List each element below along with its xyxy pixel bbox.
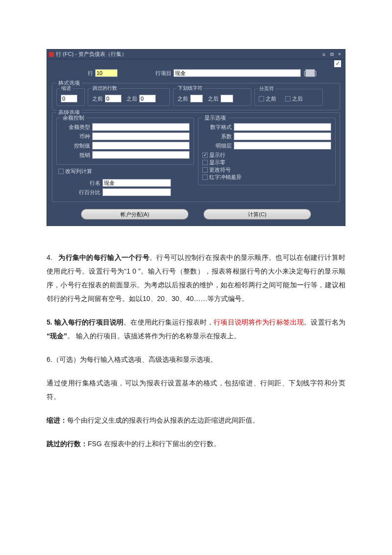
indent-input[interactable] bbox=[61, 95, 77, 102]
skip-after-label: 之后 bbox=[126, 95, 137, 102]
show-zero-checkbox[interactable] bbox=[202, 160, 208, 165]
balance-title: 余额控制 bbox=[61, 114, 86, 122]
header-checkbox[interactable]: ✓ bbox=[334, 60, 341, 67]
balance-group: 余额控制 金额类型 币种 控制值 抵销 bbox=[56, 118, 194, 165]
window-title: 行 (FC) - 资产负债表（行集） bbox=[56, 50, 319, 58]
pagebreak-title: 分页符 bbox=[258, 85, 275, 92]
advanced-group: 高级选项 余额控制 金额类型 币种 控制值 抵销 改写列计算 行名 行 bbox=[52, 112, 340, 202]
row-pct-label: 行百分比 bbox=[76, 189, 100, 196]
offset-label: 抵销 bbox=[61, 151, 90, 159]
red-offset-label: 红字冲销差异 bbox=[209, 174, 242, 181]
paragraph-6: 6.（可选）为每行输入格式选项、高级选项和显示选项。 bbox=[47, 353, 345, 366]
pb-before-label: 之前 bbox=[266, 95, 276, 102]
pb-after-label: 之后 bbox=[292, 95, 303, 102]
row-item-label: 行项目 bbox=[132, 70, 172, 77]
paragraph-5: 5. 输入每行的行项目说明。在使用此行集运行报表时，行项目说明将作为行标签出现。… bbox=[47, 315, 345, 343]
calculate-button[interactable]: 计算(C) bbox=[203, 209, 311, 220]
ul-after-label: 之后 bbox=[208, 95, 219, 102]
ul-after-input[interactable] bbox=[220, 95, 233, 102]
amount-type-label: 金额类型 bbox=[61, 124, 90, 131]
control-input[interactable] bbox=[92, 142, 190, 150]
amount-type-input[interactable] bbox=[92, 123, 190, 131]
coeff-input[interactable] bbox=[234, 132, 331, 140]
offset-input[interactable] bbox=[92, 151, 190, 159]
skip-before-label: 之前 bbox=[92, 95, 103, 102]
paragraph-4: 4. 为行集中的每行输入一个行号。行号可以控制行在报表中的显示顺序。也可以在创建… bbox=[47, 251, 345, 305]
display-title: 显示选项 bbox=[202, 114, 228, 122]
display-group: 显示选项 数字格式 系数 明细层 ✓显示行 显示零 更改符号 红字冲销差异 bbox=[198, 118, 336, 185]
underline-title: 下划线字符 bbox=[176, 85, 204, 92]
rewrite-col-checkbox[interactable] bbox=[58, 169, 64, 174]
ul-before-label: 之前 bbox=[177, 95, 188, 102]
show-row-checkbox[interactable]: ✓ bbox=[202, 152, 208, 158]
app-icon bbox=[49, 52, 54, 57]
numformat-input[interactable] bbox=[234, 123, 331, 131]
numformat-label: 数字格式 bbox=[202, 124, 232, 131]
close-icon[interactable]: × bbox=[336, 51, 343, 57]
document-body: 4. 为行集中的每行输入一个行号。行号可以控制行在报表中的显示顺序。也可以在创建… bbox=[47, 251, 345, 451]
show-zero-label: 显示零 bbox=[209, 159, 225, 166]
skiprows-title: 跳过的行数 bbox=[91, 85, 119, 92]
red-offset-checkbox[interactable] bbox=[202, 175, 208, 180]
form-window: 行 (FC) - 资产负债表（行集） ≤ ⧉ × ✓ 行 行项目 [ ] 格式选… bbox=[47, 49, 345, 226]
bracket-input[interactable] bbox=[305, 69, 315, 77]
paragraph-7: 缩进：每个由行定义生成的报表行均会从报表的左边距缩进此间距值。 bbox=[47, 413, 345, 427]
row-name-input[interactable] bbox=[102, 179, 171, 187]
control-label: 控制值 bbox=[61, 142, 90, 150]
skip-before-input[interactable] bbox=[105, 95, 122, 102]
override-symbol-label: 更改符号 bbox=[209, 166, 231, 174]
account-allocation-button[interactable]: 帐户分配(A) bbox=[81, 209, 189, 220]
detail-label: 明细层 bbox=[202, 142, 232, 150]
row-item-input[interactable] bbox=[173, 69, 301, 77]
show-row-label: 显示行 bbox=[209, 151, 225, 159]
row-name-label: 行名 bbox=[76, 179, 100, 187]
minimize-icon[interactable]: ≤ bbox=[320, 51, 327, 57]
format-group: 格式选项 缩进 跳过的行数 之前 之后 下划线字符 bbox=[52, 83, 340, 110]
bracket-right: ] bbox=[315, 70, 317, 76]
ul-before-input[interactable] bbox=[190, 95, 203, 102]
indent-title: 缩进 bbox=[60, 85, 73, 92]
row-number-input[interactable] bbox=[95, 69, 118, 77]
titlebar: 行 (FC) - 资产负债表（行集） ≤ ⧉ × bbox=[47, 50, 345, 59]
pb-before-checkbox[interactable] bbox=[259, 96, 264, 101]
pb-after-checkbox[interactable] bbox=[285, 96, 291, 101]
coeff-label: 系数 bbox=[202, 133, 232, 140]
pagebreak-subgroup: 分页符 之前 之后 bbox=[254, 89, 323, 106]
rewrite-col-label: 改写列计算 bbox=[65, 168, 92, 175]
skip-after-input[interactable] bbox=[139, 95, 156, 102]
paragraph-8: 跳过的行数：FSG 在报表中的行上和行下留出的空行数。 bbox=[47, 437, 345, 451]
currency-label: 币种 bbox=[61, 133, 90, 140]
indent-subgroup: 缩进 bbox=[56, 88, 85, 106]
row-label: 行 bbox=[54, 70, 93, 77]
currency-input[interactable] bbox=[92, 132, 190, 140]
skiprows-subgroup: 跳过的行数 之前 之后 bbox=[88, 88, 170, 106]
detail-input[interactable] bbox=[234, 142, 331, 150]
row-pct-input[interactable] bbox=[102, 188, 171, 196]
restore-icon[interactable]: ⧉ bbox=[328, 51, 335, 57]
override-symbol-checkbox[interactable] bbox=[202, 167, 208, 173]
paragraph-6b: 通过使用行集格式选项，可以为报表行设置基本的格式，包括缩进、行间距、下划线字符和… bbox=[47, 376, 345, 404]
underline-subgroup: 下划线字符 之前 之后 bbox=[173, 88, 251, 106]
